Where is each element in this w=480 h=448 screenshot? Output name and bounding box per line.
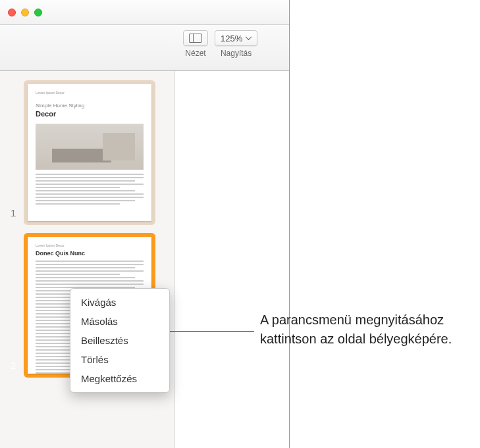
page1-image bbox=[36, 124, 144, 170]
page-preview-1: Lorem Ipsum Decor Simple Home Styling De… bbox=[28, 84, 151, 221]
callout-annotation: A parancsmenü megnyitásához kattintson a… bbox=[260, 311, 464, 349]
page2-top-label: Lorem Ipsum Decor bbox=[36, 243, 144, 248]
page1-subtitle: Simple Home Styling bbox=[36, 102, 144, 109]
callout-leader-line bbox=[169, 331, 254, 332]
page1-top-label: Lorem Ipsum Decor bbox=[36, 91, 144, 95]
toolbar: Nézet 125% Nagyítás bbox=[0, 25, 289, 71]
zoom-label: Nagyítás bbox=[221, 49, 252, 58]
thumbnail-number: 1 bbox=[11, 207, 16, 218]
page1-text-lines bbox=[36, 174, 144, 205]
close-window-button[interactable] bbox=[8, 9, 16, 16]
context-menu-copy[interactable]: Másolás bbox=[70, 312, 169, 331]
context-menu-paste[interactable]: Beillesztés bbox=[70, 331, 169, 350]
minimize-window-button[interactable] bbox=[21, 9, 29, 16]
page1-title: Decor bbox=[36, 109, 144, 119]
maximize-window-button[interactable] bbox=[34, 9, 42, 16]
thumbnail-number: 2 bbox=[11, 360, 16, 371]
context-menu-cut[interactable]: Kivágás bbox=[70, 293, 169, 312]
window-titlebar bbox=[0, 0, 289, 25]
view-button[interactable] bbox=[183, 30, 208, 46]
context-menu-duplicate[interactable]: Megkettőzés bbox=[70, 369, 169, 388]
toolbar-item-view: Nézet bbox=[183, 30, 208, 58]
document-canvas[interactable] bbox=[174, 71, 289, 448]
context-menu-delete[interactable]: Törlés bbox=[70, 350, 169, 369]
toolbar-item-zoom: 125% Nagyítás bbox=[215, 30, 257, 58]
sidebar-layout-icon bbox=[189, 34, 202, 43]
context-menu: Kivágás Másolás Beillesztés Törlés Megke… bbox=[70, 288, 170, 393]
zoom-value: 125% bbox=[221, 34, 242, 43]
chevron-down-icon bbox=[246, 36, 252, 41]
zoom-dropdown[interactable]: 125% bbox=[215, 30, 257, 46]
view-button-label: Nézet bbox=[185, 49, 205, 58]
thumbnail-1-wrap: 1 Lorem Ipsum Decor Simple Home Styling … bbox=[8, 80, 166, 225]
page-thumbnail-1[interactable]: Lorem Ipsum Decor Simple Home Styling De… bbox=[24, 80, 155, 225]
page2-heading: Donec Quis Nunc bbox=[36, 249, 144, 258]
